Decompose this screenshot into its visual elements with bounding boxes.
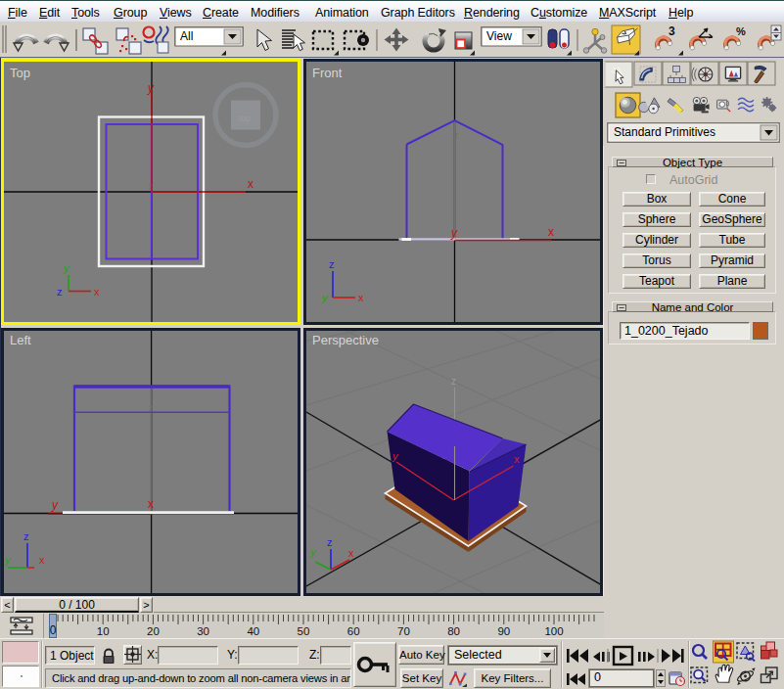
svg-text:Front: Front [312, 66, 343, 80]
svg-text:y: y [147, 81, 155, 95]
svg-text:x: x [348, 547, 354, 559]
svg-text:z: z [454, 130, 459, 140]
svg-text:%: % [736, 25, 746, 37]
svg-text:z: z [451, 376, 456, 387]
svg-text:40: 40 [247, 625, 259, 637]
svg-text:x: x [248, 177, 254, 191]
svg-text:z: z [149, 403, 154, 413]
svg-text:3: 3 [669, 24, 675, 38]
svg-text:100: 100 [544, 625, 563, 637]
svg-text:z: z [329, 258, 335, 270]
svg-text:x: x [514, 453, 520, 465]
svg-text:Perspective: Perspective [312, 333, 379, 347]
svg-text:top: top [239, 114, 251, 123]
svg-text:90: 90 [497, 625, 510, 637]
svg-text:x: x [94, 286, 100, 298]
svg-text:z: z [327, 536, 333, 548]
svg-text:All: All [180, 29, 193, 43]
svg-text:Left: Left [10, 333, 31, 347]
svg-text:20: 20 [147, 625, 160, 637]
svg-text:x: x [148, 497, 154, 511]
svg-text:z: z [57, 286, 63, 298]
svg-text:10: 10 [97, 625, 110, 637]
svg-text:Standard Primitives: Standard Primitives [614, 125, 715, 139]
svg-text:30: 30 [197, 625, 209, 637]
svg-text:70: 70 [397, 625, 410, 637]
svg-text:0: 0 [50, 623, 57, 637]
svg-text:Top: Top [10, 66, 30, 80]
svg-text:50: 50 [298, 625, 310, 637]
svg-text:View: View [486, 29, 512, 43]
svg-text:z: z [23, 530, 29, 542]
svg-text:x: x [39, 554, 45, 566]
svg-text:y: y [51, 498, 59, 512]
svg-text:80: 80 [447, 625, 460, 637]
svg-text:y: y [450, 226, 458, 240]
svg-text:60: 60 [347, 625, 360, 637]
svg-text:x: x [548, 225, 554, 239]
svg-text:x: x [358, 292, 364, 303]
